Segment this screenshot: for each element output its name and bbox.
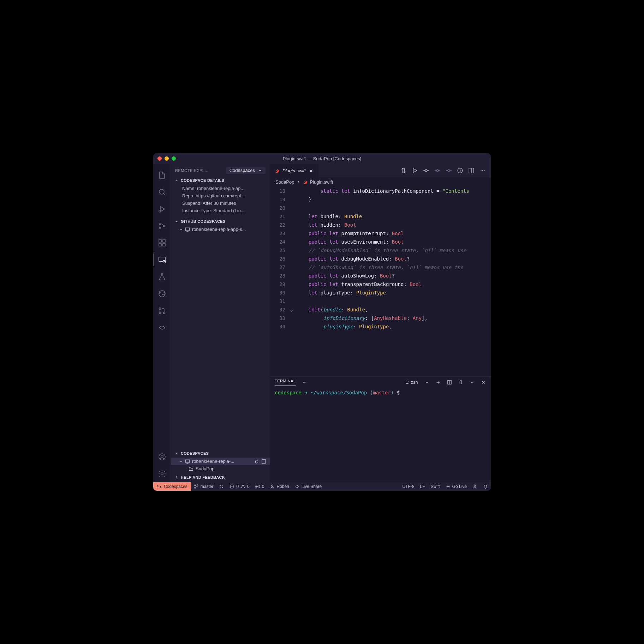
svg-point-31	[305, 382, 306, 383]
settings-gear-icon[interactable]	[154, 465, 171, 482]
git-branch-icon	[194, 484, 199, 489]
commit-icon[interactable]	[423, 167, 429, 174]
remote-kind-dropdown[interactable]: Codespaces	[226, 167, 266, 174]
svg-rect-7	[163, 244, 165, 246]
sync-button[interactable]	[216, 482, 227, 491]
breadcrumb-file[interactable]: Plugin.swift	[310, 179, 333, 185]
editor-group: Plugin.swift SodaPop Plug	[270, 164, 491, 482]
new-terminal-icon[interactable]	[436, 380, 441, 385]
play-icon[interactable]	[412, 167, 418, 174]
edge-icon[interactable]	[154, 285, 171, 302]
remote-icon	[157, 484, 162, 489]
svg-point-30	[304, 382, 305, 383]
window-icon[interactable]	[261, 459, 266, 464]
trash-icon[interactable]	[458, 380, 463, 385]
line-numbers: 181920 212223 242526 272829 303132 3334	[270, 187, 290, 376]
liveshare-indicator[interactable]: Live Share	[292, 482, 324, 491]
svg-point-29	[303, 382, 304, 383]
timeline-icon[interactable]	[457, 167, 463, 174]
code-content[interactable]: static let infoDictionaryPathComponent =…	[297, 187, 491, 376]
split-terminal-icon[interactable]	[447, 380, 452, 385]
chevron-down-icon[interactable]	[424, 380, 429, 385]
svg-point-2	[159, 223, 161, 225]
terminal-tab[interactable]: TERMINAL	[275, 379, 296, 386]
eol-indicator[interactable]: LF	[417, 482, 428, 491]
titlebar[interactable]: Plugin.swift — SodaPop [Codespaces]	[153, 153, 491, 164]
feedback-icon[interactable]	[470, 482, 480, 491]
codespace-tree-item[interactable]: robenkleene-repla-...	[171, 458, 270, 465]
search-icon[interactable]	[154, 184, 171, 201]
vm-icon	[185, 459, 190, 464]
ports-indicator[interactable]: 0	[252, 482, 267, 491]
split-editor-icon[interactable]	[468, 167, 475, 174]
help-feedback-header[interactable]: HELP AND FEEDBACK	[171, 474, 270, 482]
vscode-window: Plugin.swift — SodaPop [Codespaces] REMO…	[153, 153, 491, 491]
zoom-window-button[interactable]	[172, 156, 176, 161]
breadcrumb[interactable]: SodaPop Plugin.swift	[270, 177, 491, 187]
problems-indicator[interactable]: 0 0	[227, 482, 252, 491]
source-control-icon[interactable]	[154, 217, 171, 234]
svg-point-3	[159, 227, 161, 229]
error-icon	[229, 484, 234, 489]
svg-rect-6	[159, 244, 161, 246]
close-window-button[interactable]	[157, 156, 162, 161]
minimize-window-button[interactable]	[165, 156, 169, 161]
tab-plugin-swift[interactable]: Plugin.swift	[270, 164, 318, 177]
close-icon[interactable]	[309, 168, 314, 173]
extensions-icon[interactable]	[154, 234, 171, 251]
broadcast-icon	[255, 484, 260, 489]
svg-point-38	[272, 485, 273, 486]
language-indicator[interactable]: Swift	[428, 482, 443, 491]
explorer-icon[interactable]	[154, 167, 171, 184]
svg-point-10	[163, 260, 166, 263]
broadcast-icon	[446, 484, 451, 489]
codespace-details-header[interactable]: CODESPACE DETAILS	[171, 177, 270, 184]
branch-indicator[interactable]: master	[191, 482, 216, 491]
close-panel-icon[interactable]	[481, 380, 486, 385]
notifications-icon[interactable]	[480, 482, 491, 491]
window-title: Plugin.swift — SodaPop [Codespaces]	[153, 156, 491, 161]
svg-point-12	[159, 308, 161, 310]
commit-next-icon[interactable]	[446, 167, 452, 174]
golive-indicator[interactable]: Go Live	[443, 482, 470, 491]
more-icon[interactable]	[479, 167, 486, 174]
workbench: REMOTE EXPL... Codespaces CODESPACE DETA…	[153, 164, 491, 482]
status-bar: Codespaces master 0 0 0 Roben Live Share	[153, 482, 491, 491]
tab-label: Plugin.swift	[282, 168, 306, 173]
encoding-indicator[interactable]: UTF-8	[400, 482, 417, 491]
user-indicator[interactable]: Roben	[267, 482, 292, 491]
svg-point-0	[159, 189, 164, 194]
svg-point-17	[161, 473, 163, 475]
plug-icon[interactable]	[254, 459, 259, 464]
codespace-folder-item[interactable]: SodaPop	[171, 465, 270, 472]
remote-explorer-icon[interactable]	[154, 251, 171, 268]
fold-icon[interactable]: ⌄	[290, 305, 297, 314]
breadcrumb-folder[interactable]: SodaPop	[275, 179, 294, 185]
traffic-lights	[157, 156, 176, 161]
swift-file-icon	[275, 168, 280, 173]
codespace-details-body: Name: robenkleene-repla-ap... Repo: http…	[171, 184, 270, 218]
compare-icon[interactable]	[400, 167, 407, 174]
code-editor[interactable]: 181920 212223 242526 272829 303132 3334 …	[270, 187, 491, 376]
commit-prev-icon[interactable]	[434, 167, 441, 174]
panel: TERMINAL 1: zsh codespace ➜ ~/workspace/…	[270, 376, 491, 482]
dropdown-label: Codespaces	[229, 168, 255, 173]
editor-actions	[395, 164, 491, 177]
account-icon[interactable]	[154, 448, 171, 465]
github-codespaces-body: robenkleene-repla-app-s...	[171, 225, 270, 237]
terminal-body[interactable]: codespace ➜ ~/workspace/SodaPop (master)…	[270, 388, 491, 482]
maximize-panel-icon[interactable]	[470, 380, 475, 385]
vm-icon	[185, 227, 190, 232]
codespaces-tree-header[interactable]: CODESPACES	[171, 450, 270, 457]
remote-indicator[interactable]: Codespaces	[153, 482, 191, 491]
test-icon[interactable]	[154, 268, 171, 285]
more-icon[interactable]	[302, 380, 307, 385]
svg-rect-5	[159, 240, 161, 242]
github-codespaces-header[interactable]: GITHUB CODESPACES	[171, 218, 270, 225]
terminal-selector[interactable]: 1: zsh	[406, 380, 418, 385]
github-codespace-item[interactable]: robenkleene-repla-app-s...	[171, 226, 270, 233]
live-share-icon[interactable]	[154, 319, 171, 336]
chevron-right-icon	[174, 475, 179, 479]
run-debug-icon[interactable]	[154, 201, 171, 217]
pull-requests-icon[interactable]	[154, 302, 171, 319]
